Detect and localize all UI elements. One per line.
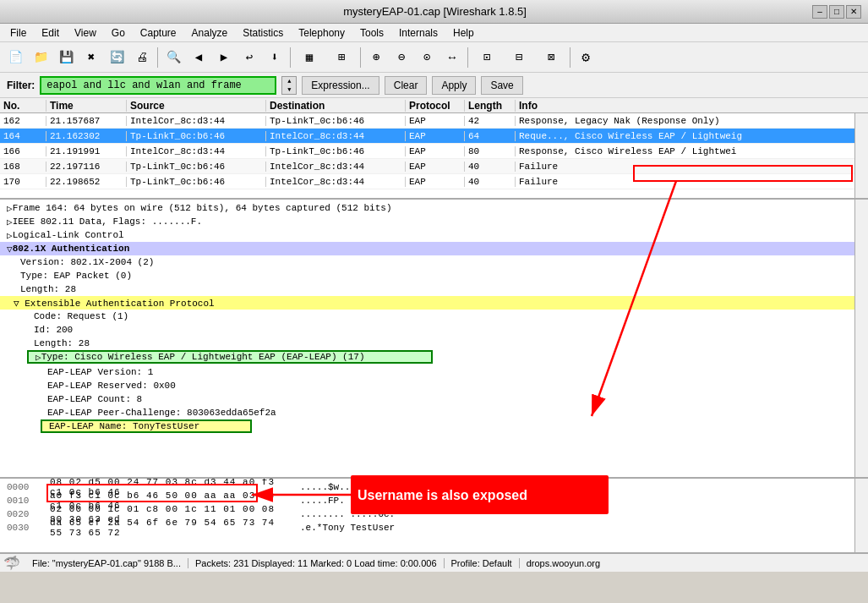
status-drops: drops.wooyun.org [520, 558, 607, 568]
print-button[interactable]: 🖨 [130, 46, 154, 69]
reload-button[interactable]: 🔄 [105, 46, 128, 69]
filter-direction-arrows[interactable]: ▲ ▼ [281, 76, 297, 95]
expression-button[interactable]: Expression... [302, 76, 379, 95]
menu-view[interactable]: View [68, 25, 103, 41]
col-header-source: Source [127, 100, 266, 112]
col-header-time: Time [46, 100, 127, 112]
preferences-button[interactable]: ⚙ [574, 46, 598, 69]
detail-line[interactable]: ▷ Frame 164: 64 bytes on wire (512 bits)… [0, 201, 854, 215]
packet-list-header: No. Time Source Destination Protocol Len… [0, 98, 868, 113]
detail-line-section[interactable]: ▽ 802.1X Authentication [0, 242, 854, 255]
status-bar: 🦈 File: "mysteryEAP-01.cap" 9188 B... Pa… [0, 553, 868, 572]
detail-line[interactable]: Length: 28 [0, 337, 854, 350]
detail-line[interactable]: EAP-LEAP Reserved: 0x00 [0, 379, 854, 392]
status-packets: Packets: 231 Displayed: 11 Marked: 0 Loa… [188, 558, 445, 568]
table-row[interactable]: 166 21.191991 IntelCor_8c:d3:44 Tp-LinkT… [0, 144, 854, 159]
detail-line[interactable]: ▷ IEEE 802.11 Data, Flags: .......F. [0, 215, 854, 228]
expand-icon: ▷ [7, 203, 13, 214]
toolbar-sep-2 [290, 47, 291, 68]
menu-help[interactable]: Help [446, 25, 481, 41]
display-filter-button[interactable]: ⊟ [504, 46, 534, 69]
expand-icon: ▽ [7, 244, 13, 255]
goto-button[interactable]: ↩ [237, 46, 261, 69]
detail-line[interactable]: Length: 28 [0, 282, 854, 296]
menu-analyze[interactable]: Analyze [185, 25, 235, 41]
detail-line[interactable]: EAP-LEAP Peer-Challenge: 803063edda65ef2… [0, 406, 854, 419]
filter-arrow-down[interactable]: ▼ [282, 85, 296, 94]
packet-detail-panel: ▷ Frame 164: 64 bytes on wire (512 bits)… [0, 200, 868, 479]
save-filter-button[interactable]: Save [481, 76, 522, 95]
packet-detail-scrollbar[interactable] [854, 200, 868, 477]
capture-filter-button[interactable]: ⊡ [472, 46, 502, 69]
maximize-button[interactable]: □ [829, 5, 844, 19]
zoom-in-button[interactable]: ⊕ [364, 46, 388, 69]
col-header-info: Info [516, 100, 854, 112]
expand-icon: ▷ [7, 230, 13, 241]
detail-line-username[interactable]: EAP-LEAP Name: TonyTestUser [41, 419, 252, 433]
back-button[interactable]: ◀ [187, 46, 210, 69]
table-row[interactable]: 164 21.162302 Tp-LinkT_0c:b6:46 IntelCor… [0, 129, 854, 144]
save-button[interactable]: 💾 [54, 46, 78, 69]
table-row[interactable]: 168 22.197116 Tp-LinkT_0c:b6:46 IntelCor… [0, 159, 854, 174]
colorize-button[interactable]: ▦ [294, 46, 325, 69]
packet-rows-container: 162 21.157687 IntelCor_8c:d3:44 Tp-LinkT… [0, 113, 868, 200]
status-file: File: "mysteryEAP-01.cap" 9188 B... [25, 558, 188, 568]
find-button[interactable]: 🔍 [161, 46, 185, 69]
resize-columns-button[interactable]: ↔ [440, 46, 464, 69]
minimize-button[interactable]: – [812, 5, 827, 19]
packet-list: No. Time Source Destination Protocol Len… [0, 98, 868, 200]
menu-capture[interactable]: Capture [134, 25, 183, 41]
zoom-out-button[interactable]: ⊖ [390, 46, 413, 69]
hex-line: 0030 da 65 ef 2a 54 6f 6e 79 54 65 73 74… [7, 521, 848, 534]
filter-arrow-up[interactable]: ▲ [282, 77, 296, 85]
close-button[interactable]: ✖ [79, 46, 103, 69]
table-row[interactable]: 170 22.198652 Tp-LinkT_0c:b6:46 IntelCor… [0, 174, 854, 189]
normal-size-button[interactable]: ⊙ [415, 46, 439, 69]
scroll-down-button[interactable]: ⬇ [263, 46, 287, 69]
window-title: mysteryEAP-01.cap [Wireshark 1.8.5] [57, 5, 812, 18]
menu-statistics[interactable]: Statistics [236, 25, 290, 41]
expand-icon: ▷ [35, 352, 41, 363]
detail-line[interactable]: Version: 802.1X-2004 (2) [0, 255, 854, 269]
detail-line-eap[interactable]: ▽ Extensible Authentication Protocol [0, 296, 854, 310]
col-header-len: Length [465, 100, 516, 112]
menu-edit[interactable]: Edit [35, 25, 66, 41]
menu-file[interactable]: File [3, 25, 33, 41]
toolbar-sep-1 [157, 47, 158, 68]
filter-input[interactable] [40, 76, 276, 95]
window-controls[interactable]: – □ ✕ [812, 5, 861, 19]
detail-line-type[interactable]: ▷ Type: Cisco Wireless EAP / Lightweight… [27, 350, 433, 364]
filter-bar: Filter: ▲ ▼ Expression... Clear Apply Sa… [0, 73, 868, 98]
detail-line[interactable]: EAP-LEAP Count: 8 [0, 392, 854, 406]
open-button[interactable]: 📁 [29, 46, 52, 69]
table-row[interactable]: 162 21.157687 IntelCor_8c:d3:44 Tp-LinkT… [0, 113, 854, 129]
hex-scrollbar[interactable] [854, 479, 868, 552]
expand-icon: ▷ [7, 217, 13, 227]
menu-bar: File Edit View Go Capture Analyze Statis… [0, 24, 868, 42]
detail-line[interactable]: Type: EAP Packet (0) [0, 269, 854, 282]
menu-go[interactable]: Go [105, 25, 132, 41]
clear-button[interactable]: Clear [385, 76, 428, 95]
coloring-rules-button[interactable]: ⊠ [536, 46, 566, 69]
new-capture-button[interactable]: 📄 [3, 46, 27, 69]
detail-line[interactable]: EAP-LEAP Version: 1 [0, 365, 854, 379]
forward-button[interactable]: ▶ [212, 46, 236, 69]
menu-telephony[interactable]: Telephony [292, 25, 352, 41]
menu-internals[interactable]: Internals [392, 25, 445, 41]
packet-detail-content: ▷ Frame 164: 64 bytes on wire (512 bits)… [0, 200, 854, 477]
packet-list-scrollbar[interactable] [854, 113, 868, 200]
auto-scroll-button[interactable]: ⊞ [326, 46, 357, 69]
detail-line[interactable]: Code: Request (1) [0, 310, 854, 323]
col-header-no: No. [0, 100, 46, 112]
detail-line[interactable]: Id: 200 [0, 323, 854, 337]
toolbar: 📄 📁 💾 ✖ 🔄 🖨 🔍 ◀ ▶ ↩ ⬇ ▦ ⊞ ⊕ ⊖ ⊙ ↔ ⊡ ⊟ ⊠ … [0, 42, 868, 73]
detail-line[interactable]: ▷ Logical-Link Control [0, 228, 854, 242]
col-header-proto: Protocol [406, 100, 465, 112]
col-header-dest: Destination [266, 100, 406, 112]
toolbar-sep-5 [570, 47, 570, 68]
toolbar-sep-4 [467, 47, 468, 68]
menu-tools[interactable]: Tools [353, 25, 390, 41]
close-button[interactable]: ✕ [846, 5, 861, 19]
status-profile: Profile: Default [445, 558, 520, 568]
apply-button[interactable]: Apply [432, 76, 476, 95]
